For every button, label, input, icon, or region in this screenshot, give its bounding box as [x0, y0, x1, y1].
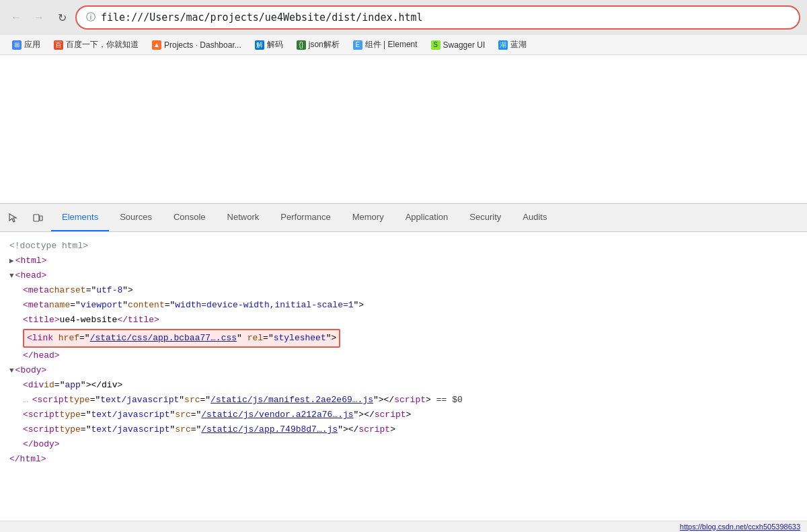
- bookmark-decode[interactable]: 解 解码: [249, 38, 289, 52]
- svg-rect-1: [40, 216, 42, 221]
- script2-line: <script type="text/javascript" src="/sta…: [23, 408, 798, 422]
- page-content: [0, 55, 807, 203]
- bookmark-swagger[interactable]: S Swagger UI: [426, 39, 491, 51]
- gitlab-icon: ▲: [152, 40, 161, 50]
- tab-security[interactable]: Security: [459, 204, 512, 231]
- devtools-tabs: Elements Sources Console Network Perform…: [51, 204, 558, 231]
- link-href-value[interactable]: /static/css/app.bcbaa77….css: [90, 333, 237, 343]
- bookmark-lanhub[interactable]: 湖 蓝湖: [493, 38, 532, 52]
- script3-line: <script type="text/javascript" src="/sta…: [23, 422, 798, 437]
- swagger-icon: S: [431, 40, 440, 50]
- bookmark-apps-label: 应用: [24, 39, 40, 50]
- refresh-button[interactable]: ↻: [52, 8, 71, 27]
- tab-memory[interactable]: Memory: [342, 204, 395, 231]
- body-close-tag: </body>: [23, 437, 60, 452]
- html-close-line: </html>: [9, 452, 798, 467]
- element-selector-icon[interactable]: [3, 207, 24, 229]
- address-text: file:///Users/mac/projects/ue4Website/di…: [101, 11, 423, 24]
- tab-console[interactable]: Console: [163, 204, 217, 231]
- bookmark-decode-label: 解码: [267, 39, 283, 50]
- tab-elements[interactable]: Elements: [51, 204, 109, 231]
- apps-icon: ⊞: [12, 40, 22, 50]
- decode-icon: 解: [255, 40, 264, 50]
- html-open-tag: <html>: [15, 254, 47, 268]
- lanhub-icon: 湖: [498, 40, 508, 50]
- html-close-tag: </html>: [9, 452, 46, 467]
- bookmark-lanhub-label: 蓝湖: [510, 39, 527, 50]
- bookmark-gitlab[interactable]: ▲ Projects · Dashboar...: [147, 39, 247, 51]
- meta-viewport-line: <meta name="viewport" content="width=dev…: [23, 298, 798, 313]
- meta-charset-tag: <meta: [23, 283, 49, 298]
- devtools-statusbar: https://blog.csdn.net/ccxh505398633: [0, 521, 807, 532]
- body-close-line: </body>: [9, 437, 798, 452]
- devtools-panel: Elements Sources Console Network Perform…: [0, 203, 807, 532]
- body-open-tag: <body>: [15, 363, 47, 378]
- bookmark-baidu[interactable]: 百 百度一下，你就知道: [48, 38, 144, 52]
- script2-src[interactable]: /static/js/vendor.a212a76….js: [201, 408, 353, 422]
- head-close-line: </head>: [9, 348, 798, 363]
- statusbar-url[interactable]: https://blog.csdn.net/ccxh505398633: [680, 523, 800, 531]
- tab-performance[interactable]: Performance: [270, 204, 341, 231]
- title-line: <title>ue4-website</title>: [23, 313, 798, 328]
- head-open-line: ▼<head>: [9, 268, 798, 283]
- script1-src[interactable]: /static/js/manifest.2ae2e69….js: [210, 393, 373, 408]
- title-content: ue4-website: [60, 313, 118, 328]
- back-button[interactable]: ←: [7, 8, 26, 27]
- div-app-line: <div id="app"></div>: [23, 378, 798, 393]
- script1-line: … <script type="text/javascript" src="/s…: [23, 393, 798, 408]
- tab-network[interactable]: Network: [217, 204, 270, 231]
- element-icon: E: [353, 40, 362, 50]
- link-line: <link href="/static/css/app.bcbaa77….css…: [23, 328, 798, 348]
- devtools-toolbar: Elements Sources Console Network Perform…: [0, 204, 807, 232]
- address-bar[interactable]: ⓘ file:///Users/mac/projects/ue4Website/…: [75, 5, 800, 30]
- forward-button[interactable]: →: [30, 8, 48, 27]
- device-toolbar-icon[interactable]: [27, 207, 48, 229]
- tab-sources[interactable]: Sources: [109, 204, 163, 231]
- devtools-html-content: <!doctype html> ▶<html> ▼<head> <meta ch…: [0, 232, 807, 521]
- bookmark-element-label: 组件 | Element: [365, 39, 418, 50]
- link-highlighted: <link href="/static/css/app.bcbaa77….css…: [23, 329, 340, 348]
- doctype-line: <!doctype html>: [9, 239, 798, 254]
- html-triangle[interactable]: ▶: [9, 255, 14, 268]
- bookmark-swagger-label: Swagger UI: [443, 40, 486, 50]
- body-triangle[interactable]: ▼: [9, 365, 14, 377]
- bookmark-gitlab-label: Projects · Dashboar...: [164, 40, 241, 50]
- nav-bar: ← → ↻ ⓘ file:///Users/mac/projects/ue4We…: [0, 0, 807, 35]
- doctype-text: <!doctype html>: [9, 239, 88, 254]
- ellipsis-indicator: …: [23, 393, 28, 408]
- bookmarks-bar: ⊞ 应用 百 百度一下，你就知道 ▲ Projects · Dashboar..…: [0, 35, 807, 55]
- tab-application[interactable]: Application: [395, 204, 459, 231]
- json-icon: {}: [297, 40, 306, 50]
- script3-src[interactable]: /static/js/app.749b8d7….js: [201, 422, 338, 437]
- tab-audits[interactable]: Audits: [512, 204, 558, 231]
- bookmark-json[interactable]: {} json解析: [291, 38, 345, 52]
- html-open-line: ▶<html>: [9, 254, 798, 268]
- head-open-tag: <head>: [15, 268, 47, 283]
- head-close-tag: </head>: [23, 348, 60, 363]
- browser-chrome: ← → ↻ ⓘ file:///Users/mac/projects/ue4We…: [0, 0, 807, 55]
- head-triangle[interactable]: ▼: [9, 270, 14, 282]
- bookmark-element[interactable]: E 组件 | Element: [348, 38, 423, 52]
- baidu-icon: 百: [54, 40, 63, 50]
- info-icon: ⓘ: [86, 11, 95, 24]
- body-open-line: ▼<body>: [9, 363, 798, 378]
- dom-equals-s0: == $0: [436, 393, 463, 408]
- bookmark-json-label: json解析: [309, 39, 340, 50]
- meta-charset-line: <meta charset="utf-8">: [23, 283, 798, 298]
- svg-rect-0: [34, 215, 39, 221]
- bookmark-apps[interactable]: ⊞ 应用: [7, 38, 46, 52]
- bookmark-baidu-label: 百度一下，你就知道: [66, 39, 139, 50]
